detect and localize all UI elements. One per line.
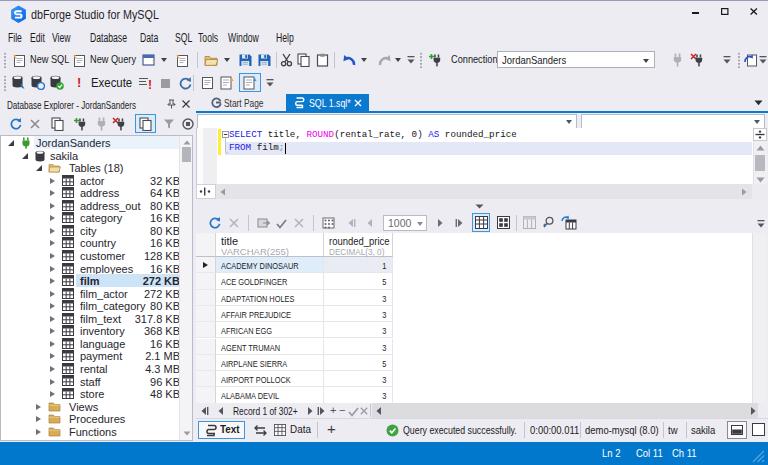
svg-text:!: ! <box>148 78 152 90</box>
